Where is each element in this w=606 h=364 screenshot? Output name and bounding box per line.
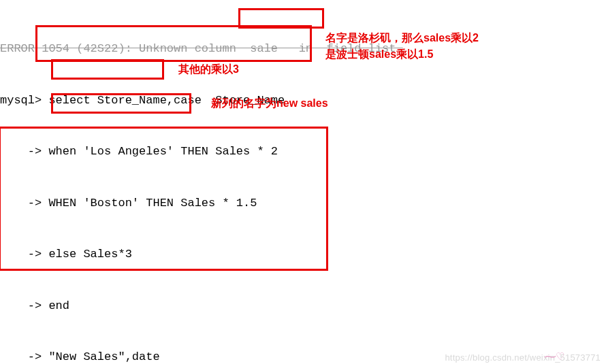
sql-line-2: -> when 'Los Angeles' THEN Sales * 2 [0, 143, 606, 160]
terminal-output: ERROR 1054 (42S22): Unknown column sale … [0, 0, 606, 364]
box-store-name [238, 8, 324, 29]
sql-line-4: -> else Sales*3 [0, 246, 606, 263]
annot-new-col: 新列的名字为new sales [211, 95, 328, 112]
truncated-error-line: ERROR 1054 (42S22): Unknown column sale … [0, 40, 606, 57]
annot-else: 其他的乘以3 [178, 61, 239, 78]
watermark-text: https://blog.csdn.net/weixin_51573771 [445, 352, 601, 363]
annot-right-2: 是波士顿sales乘以1.5 [325, 46, 433, 63]
annot-right-1: 名字是洛杉矶，那么sales乘以2 [325, 30, 479, 46]
box-else [51, 59, 164, 80]
sql-line-5: -> end [0, 297, 606, 314]
sql-line-3: -> WHEN 'Boston' THEN Sales * 1.5 [0, 195, 606, 212]
heart-deco-icon: ⁓♡ [544, 349, 564, 364]
